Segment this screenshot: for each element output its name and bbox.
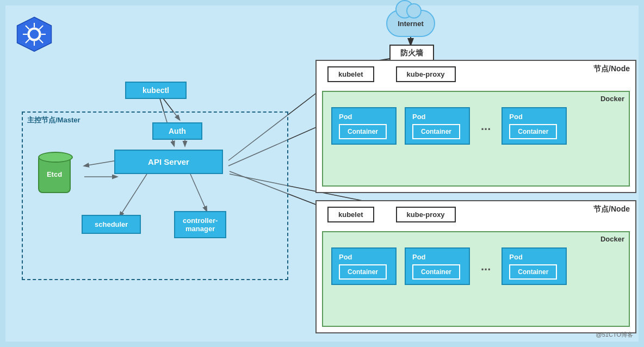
kubectl-box: kubectl xyxy=(125,82,187,99)
kubeproxy-label-2: kube-proxy xyxy=(407,210,445,219)
auth-box: Auth xyxy=(152,122,202,140)
kubelet-label-1: kubelet xyxy=(338,70,363,78)
docker-label-1: Docker xyxy=(600,95,624,103)
cloud-shape: Internet xyxy=(386,10,435,37)
dots-2: ... xyxy=(478,259,493,274)
dots-1: ... xyxy=(478,119,493,133)
kubectl-label: kubectl xyxy=(143,86,169,95)
container-stack-2-1: Container xyxy=(339,264,387,280)
k8s-logo xyxy=(15,15,53,53)
node-top-boxes-1: kubelet kube-proxy xyxy=(327,66,456,82)
container-box-2-3: Container xyxy=(509,264,557,280)
container-box-1-1: Container xyxy=(339,124,387,139)
node-label-1: 节点/Node xyxy=(593,64,630,74)
etcd-label: Etcd xyxy=(47,170,62,178)
pod-label-1-2: Pod xyxy=(412,113,462,121)
node-container-2: 节点/Node kubelet kube-proxy Docker Pod Co… xyxy=(315,200,636,333)
container-box-1-3: Container xyxy=(509,124,557,139)
container-stack-2-2: Container xyxy=(412,264,460,280)
node-container-1: 节点/Node kubelet kube-proxy Docker Pod Co… xyxy=(315,60,636,193)
controller-manager-label: controller-manager xyxy=(183,216,218,233)
docker-label-2: Docker xyxy=(600,235,624,243)
kubelet-box-2: kubelet xyxy=(327,207,374,222)
etcd-box: Etcd xyxy=(35,155,73,193)
docker-area-2: Docker Pod Container Pod Container xyxy=(322,231,630,327)
container-box-1-2: Container xyxy=(412,124,460,139)
node-top-boxes-2: kubelet kube-proxy xyxy=(327,207,456,222)
pod-box-1-3: Pod Container xyxy=(501,107,567,145)
node-label-2: 节点/Node xyxy=(593,205,630,214)
internet-cloud: Internet xyxy=(386,10,435,37)
svg-point-22 xyxy=(30,30,39,39)
kubelet-box-1: kubelet xyxy=(327,66,374,82)
kubelet-label-2: kubelet xyxy=(338,210,363,219)
container-stack-1-3: Container xyxy=(509,124,557,139)
firewall-label: 防火墙 xyxy=(400,48,423,57)
main-container: Internet 防火墙 kubectl 主控节点/Master Auth AP… xyxy=(5,5,639,342)
container-stack-2-3: Container xyxy=(509,264,557,280)
api-server-label: API Server xyxy=(148,157,189,166)
kubeproxy-box-1: kube-proxy xyxy=(396,66,456,82)
scheduler-box: scheduler xyxy=(82,215,141,234)
container-stack-1-1: Container xyxy=(339,124,387,139)
pod-box-2-2: Pod Container xyxy=(405,247,470,285)
auth-label: Auth xyxy=(169,127,186,135)
watermark: @51CTO博客 xyxy=(596,331,633,339)
container-box-2-1: Container xyxy=(339,264,387,280)
controller-manager-box: controller-manager xyxy=(174,211,226,238)
pods-row-2: Pod Container Pod Container ... Pod xyxy=(331,247,567,285)
docker-area-1: Docker Pod Container Pod Container xyxy=(322,91,630,187)
pod-label-2-2: Pod xyxy=(412,253,462,261)
api-server-box: API Server xyxy=(114,150,223,174)
pod-label-1-3: Pod xyxy=(509,113,559,121)
etcd-cylinder: Etcd xyxy=(38,155,71,193)
kubeproxy-box-2: kube-proxy xyxy=(396,207,456,222)
pod-box-2-3: Pod Container xyxy=(501,247,567,285)
pod-label-2-3: Pod xyxy=(509,253,559,261)
pod-label-2-1: Pod xyxy=(339,253,389,261)
pod-box-1-1: Pod Container xyxy=(331,107,397,145)
container-stack-1-2: Container xyxy=(412,124,460,139)
pod-box-2-1: Pod Container xyxy=(331,247,397,285)
pod-label-1-1: Pod xyxy=(339,113,389,121)
master-label: 主控节点/Master xyxy=(27,115,81,125)
scheduler-label: scheduler xyxy=(95,220,128,228)
pod-box-1-2: Pod Container xyxy=(405,107,470,145)
container-box-2-2: Container xyxy=(412,264,460,280)
internet-label: Internet xyxy=(398,20,424,28)
kubeproxy-label-1: kube-proxy xyxy=(407,70,445,78)
pods-row-1: Pod Container Pod Container ... Pod xyxy=(331,107,567,145)
